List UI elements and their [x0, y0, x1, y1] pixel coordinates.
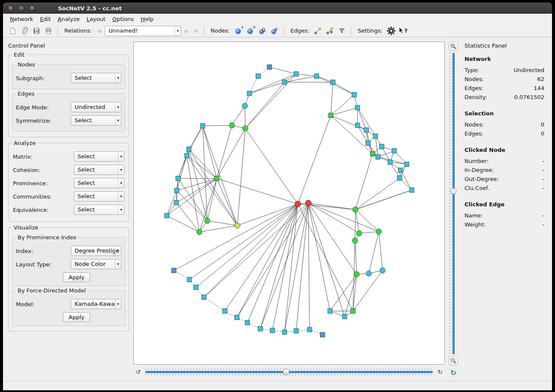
graph-node[interactable] [247, 91, 252, 96]
graph-node[interactable] [328, 309, 332, 314]
rotation-slider[interactable] [145, 366, 433, 377]
graph-edge[interactable] [250, 76, 258, 93]
menu-layout[interactable]: Layout [83, 15, 109, 24]
graph-node[interactable] [373, 134, 378, 139]
graph-node[interactable] [366, 141, 371, 145]
whats-this-button[interactable]: ? [398, 26, 408, 36]
graph-edge[interactable] [298, 115, 331, 204]
graph-edge[interactable] [237, 128, 245, 226]
graph-edge[interactable] [355, 210, 356, 241]
graph-edge[interactable] [207, 178, 217, 221]
graph-edge[interactable] [189, 204, 298, 280]
graph-edge[interactable] [331, 115, 366, 130]
graph-canvas[interactable] [133, 42, 445, 365]
graph-edge[interactable] [356, 190, 412, 209]
graph-node[interactable] [165, 213, 169, 218]
window-close-button[interactable]: ✕ [7, 5, 14, 12]
graph-node[interactable] [410, 188, 414, 193]
graph-node[interactable] [194, 285, 199, 289]
graph-edge[interactable] [217, 125, 232, 178]
apply-force-button[interactable]: Apply [63, 312, 90, 322]
edge-mode-combobox[interactable]: Undirected ▾ [71, 102, 121, 112]
graph-node[interactable] [356, 230, 362, 236]
graph-node[interactable] [354, 271, 359, 277]
graph-node[interactable] [174, 200, 179, 205]
graph-edge[interactable] [199, 178, 217, 232]
graph-edge[interactable] [245, 82, 284, 129]
zoom-slider[interactable] [449, 53, 458, 354]
graph-edge[interactable] [199, 226, 238, 232]
graph-edge[interactable] [355, 241, 357, 274]
rotation-slider-groove[interactable] [145, 371, 433, 373]
graph-edge[interactable] [317, 76, 354, 95]
graph-edge[interactable] [217, 178, 238, 226]
graph-edge[interactable] [269, 67, 296, 74]
menu-options[interactable]: Options [109, 15, 137, 24]
graph-edge[interactable] [217, 128, 245, 178]
graph-node[interactable] [258, 326, 263, 331]
equivalence-combobox[interactable]: Select▾ [74, 205, 124, 215]
graph-node[interactable] [270, 328, 275, 333]
graph-node[interactable] [366, 271, 372, 276]
menu-network[interactable]: Network [6, 15, 36, 24]
graph-node[interactable] [305, 200, 311, 206]
graph-node[interactable] [175, 188, 179, 193]
graph-edge[interactable] [359, 232, 379, 233]
node-properties-button[interactable] [269, 26, 280, 36]
new-file-button[interactable] [7, 26, 18, 36]
graph-node[interactable] [376, 154, 380, 159]
graph-edge[interactable] [245, 106, 245, 128]
graph-edge[interactable] [178, 156, 187, 178]
layout-type-combobox[interactable]: Node Color▾ [71, 259, 121, 269]
graph-node[interactable] [196, 229, 202, 235]
graph-edge[interactable] [203, 126, 238, 226]
graph-node[interactable] [364, 128, 369, 133]
graph-edge[interactable] [217, 178, 298, 204]
graph-edge[interactable] [177, 156, 187, 191]
graph-edge[interactable] [333, 82, 354, 95]
symmetrize-combobox[interactable]: Select ▾ [71, 115, 121, 126]
graph-node[interactable] [352, 92, 356, 97]
graph-edge[interactable] [379, 232, 383, 271]
graph-edge[interactable] [250, 82, 285, 93]
graph-node[interactable] [205, 218, 210, 223]
graph-node[interactable] [242, 103, 248, 109]
graph-edge[interactable] [177, 190, 207, 220]
graph-edge[interactable] [196, 204, 298, 287]
graph-edge[interactable] [296, 74, 317, 76]
add-edge-button[interactable] [313, 26, 323, 36]
graph-edge[interactable] [296, 203, 308, 331]
graph-node[interactable] [267, 65, 272, 69]
find-node-button[interactable] [257, 26, 268, 36]
menu-edit[interactable]: Edit [36, 15, 54, 24]
settings-button[interactable] [386, 26, 396, 36]
subgraph-combobox[interactable]: Select ▾ [71, 73, 121, 83]
graph-node[interactable] [355, 123, 360, 128]
graph-node[interactable] [392, 148, 397, 153]
remove-edge-button[interactable] [325, 26, 335, 36]
graph-node[interactable] [370, 151, 375, 156]
graph-node[interactable] [235, 315, 239, 320]
graph-node[interactable] [282, 330, 287, 335]
graph-edge[interactable] [356, 210, 359, 233]
graph-node[interactable] [331, 80, 335, 84]
open-file-button[interactable] [19, 26, 30, 36]
graph-edge[interactable] [317, 76, 333, 82]
graph-edge[interactable] [237, 204, 298, 226]
graph-edge[interactable] [232, 106, 245, 125]
zoom-in-button[interactable] [449, 42, 458, 51]
graph-node[interactable] [242, 126, 248, 131]
graph-node[interactable] [380, 144, 384, 149]
menu-help[interactable]: Help [137, 15, 157, 24]
apply-prominence-button[interactable]: Apply [63, 272, 90, 282]
remove-node-button[interactable]: ✕ [245, 26, 256, 36]
reset-view-button[interactable]: ↻ [449, 367, 458, 378]
graph-node[interactable] [376, 229, 382, 234]
graph-node[interactable] [282, 80, 287, 84]
graph-edge[interactable] [176, 178, 217, 202]
graph-node[interactable] [380, 268, 386, 273]
graph-edge[interactable] [356, 154, 373, 210]
graph-node[interactable] [223, 309, 227, 314]
graph-edge[interactable] [356, 210, 379, 232]
graph-node[interactable] [355, 105, 360, 110]
